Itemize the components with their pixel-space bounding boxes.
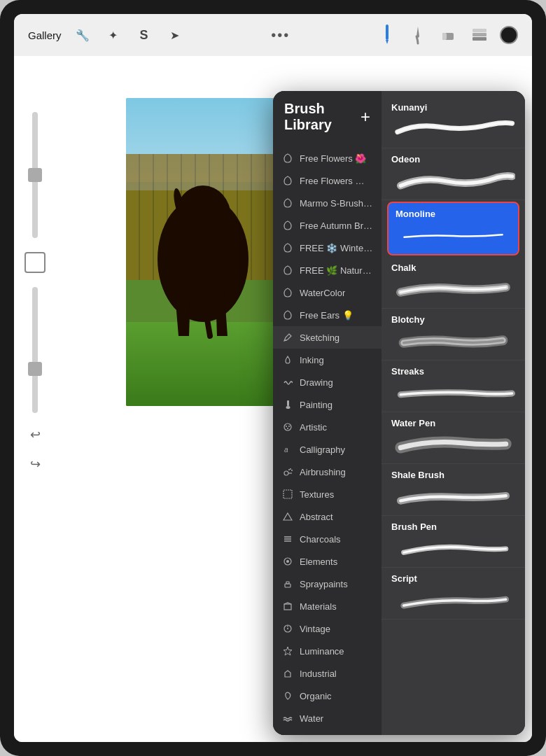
- brush-name: Monoline: [396, 209, 511, 219]
- brush-item-monoline[interactable]: Monoline: [387, 202, 519, 255]
- magic-icon[interactable]: ✦: [104, 25, 123, 45]
- category-item-painting[interactable]: Painting: [273, 393, 382, 416]
- category-item-artistic[interactable]: Artistic: [273, 416, 382, 438]
- brush-stroke: [391, 277, 515, 302]
- category-item-free-winter[interactable]: FREE ❄️ Winter N...: [273, 237, 382, 259]
- category-item-industrial[interactable]: Industrial: [273, 662, 382, 685]
- category-item-vintage[interactable]: Vintage: [273, 617, 382, 640]
- category-item-water[interactable]: Water: [273, 707, 382, 729]
- industrial-icon: [281, 667, 294, 680]
- gallery-button[interactable]: Gallery: [28, 29, 62, 41]
- category-item-imported[interactable]: Imported: [273, 729, 382, 735]
- undo-button[interactable]: ↩: [30, 427, 41, 442]
- svg-marker-34: [284, 647, 292, 655]
- category-label: Textures: [300, 489, 334, 500]
- brush-size-slider[interactable]: [32, 112, 38, 238]
- leaf-icon-6: [281, 264, 294, 276]
- canvas-area[interactable]: ↩ ↪: [14, 56, 532, 742]
- opacity-thumb[interactable]: [28, 362, 42, 376]
- brush-item-water-pen[interactable]: Water Pen: [382, 412, 525, 464]
- category-item-free-ears[interactable]: Free Ears 💡: [273, 304, 382, 326]
- pencil-icon: [281, 331, 294, 344]
- waves-icon: [281, 712, 294, 724]
- svg-point-12: [286, 426, 287, 427]
- brush-item-brush-pen[interactable]: Brush Pen: [382, 516, 525, 568]
- box-icon: [281, 600, 294, 612]
- dots-menu[interactable]: •••: [271, 27, 290, 43]
- wrench-icon[interactable]: 🔧: [73, 25, 92, 45]
- category-item-sketching[interactable]: Sketching: [273, 326, 382, 349]
- category-item-organic[interactable]: Organic: [273, 685, 382, 707]
- add-category-button[interactable]: +: [360, 108, 370, 125]
- brush-stroke: [391, 588, 515, 613]
- layers-button[interactable]: [469, 24, 490, 46]
- brush-stroke: [391, 117, 515, 142]
- svg-rect-3: [442, 33, 447, 40]
- leaf-icon-4: [281, 219, 294, 232]
- opacity-slider[interactable]: [32, 287, 38, 413]
- category-label: Painting: [300, 400, 332, 410]
- category-item-free-flowers-v2[interactable]: Free Flowers 🌸 V.2: [273, 169, 382, 192]
- brush-item-script[interactable]: Script: [382, 568, 525, 620]
- category-item-textures[interactable]: Textures: [273, 483, 382, 505]
- category-item-luminance[interactable]: Luminance: [273, 640, 382, 662]
- brush-name: Kunanyi: [391, 102, 515, 113]
- brush-item-shale-brush[interactable]: Shale Brush: [382, 464, 525, 516]
- brush-list: Kunanyi Odeon: [382, 91, 525, 735]
- texture-icon: [281, 488, 294, 500]
- transform-icon[interactable]: ➤: [165, 25, 185, 45]
- brush-item-chalk[interactable]: Chalk: [382, 257, 525, 309]
- brush-item-odeon[interactable]: Odeon: [382, 148, 525, 200]
- leaf-icon-2: [281, 174, 294, 187]
- category-item-free-flowers[interactable]: Free Flowers 🌺: [273, 147, 382, 169]
- category-list: Free Flowers 🌺 Free Flowers 🌸 V.2: [273, 140, 382, 735]
- category-item-charcoals[interactable]: Charcoals: [273, 528, 382, 550]
- brush-stroke: [396, 223, 511, 248]
- category-item-calligraphy[interactable]: a Calligraphy: [273, 438, 382, 461]
- canvas-image: [126, 98, 294, 406]
- vintage-icon: [281, 622, 294, 635]
- pen-tool-button[interactable]: [377, 24, 398, 46]
- bars-icon: [281, 533, 294, 545]
- category-label: Luminance: [300, 646, 344, 657]
- eraser-tool-button[interactable]: [438, 24, 459, 46]
- brush-item-blotchy[interactable]: Blotchy: [382, 309, 525, 360]
- top-bar-left: Gallery 🔧 ✦ S ➤: [28, 25, 185, 45]
- brush-tool-button[interactable]: [407, 24, 428, 46]
- brush-size-thumb[interactable]: [28, 168, 42, 182]
- svg-rect-29: [286, 582, 289, 584]
- category-item-elements[interactable]: Elements: [273, 550, 382, 573]
- category-label: Charcoals: [300, 534, 341, 545]
- svg-rect-4: [472, 37, 486, 41]
- category-label: Airbrushing: [300, 467, 346, 477]
- leaf-icon-3: [281, 197, 294, 209]
- category-item-free-nature[interactable]: FREE 🌿 Nature...: [273, 259, 382, 281]
- elements-icon: [281, 555, 294, 568]
- category-label: Sketching: [300, 332, 340, 343]
- redo-button[interactable]: ↪: [30, 456, 41, 472]
- category-item-abstract[interactable]: Abstract: [273, 505, 382, 528]
- square-tool-button[interactable]: [24, 252, 46, 273]
- category-item-airbrushing[interactable]: Airbrushing: [273, 461, 382, 483]
- brush-item-streaks[interactable]: Streaks: [382, 360, 525, 412]
- category-item-inking[interactable]: Inking: [273, 349, 382, 371]
- svg-point-18: [288, 469, 290, 470]
- category-item-drawing[interactable]: Drawing: [273, 371, 382, 393]
- svg-rect-5: [472, 33, 486, 36]
- brush-item-kunanyi[interactable]: Kunanyi: [382, 97, 525, 148]
- leaf-icon-5: [281, 241, 294, 254]
- category-item-marmo[interactable]: Marmo S-Brush Pack: [273, 192, 382, 214]
- brush-stroke: [391, 484, 515, 510]
- category-item-spraypaints[interactable]: Spraypaints: [273, 573, 382, 595]
- category-item-free-autumn[interactable]: Free Autumn Brushes...: [273, 214, 382, 237]
- svg-point-19: [290, 468, 291, 470]
- selection-icon[interactable]: S: [134, 25, 154, 45]
- category-label: Organic: [300, 691, 332, 701]
- color-picker[interactable]: [500, 26, 518, 44]
- palette-icon: [281, 421, 294, 433]
- leaf-icon: [281, 152, 294, 164]
- category-item-watercolor[interactable]: WaterColor: [273, 281, 382, 304]
- brush-stroke: [391, 433, 515, 458]
- category-item-materials[interactable]: Materials: [273, 595, 382, 617]
- calligraphy-icon: a: [281, 443, 294, 456]
